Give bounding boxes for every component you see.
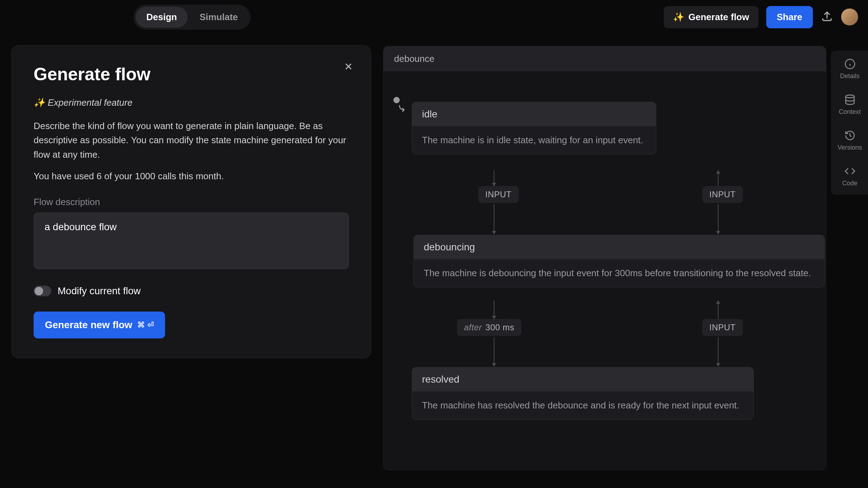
- initial-arrow-icon: [398, 103, 409, 116]
- modify-toggle-label: Modify current flow: [58, 285, 141, 297]
- experimental-label: Experimental feature: [48, 97, 133, 108]
- right-sidebar: Details Context Versions Code: [831, 51, 868, 194]
- sparkles-icon: ✨: [34, 97, 45, 108]
- sidebar-item-versions[interactable]: Versions: [832, 123, 868, 158]
- state-resolved[interactable]: resolved The machine has resolved the de…: [412, 367, 754, 420]
- topbar-actions: ✨ Generate flow Share: [664, 6, 858, 28]
- diagram: idle The machine is in idle state, waiti…: [383, 71, 826, 107]
- mode-tabs: Design Simulate: [134, 5, 251, 30]
- svg-point-6: [846, 95, 854, 98]
- sidebar-item-label: Context: [839, 108, 861, 116]
- tab-simulate[interactable]: Simulate: [189, 7, 248, 28]
- modify-current-flow-toggle[interactable]: [34, 286, 51, 296]
- flow-description-input[interactable]: [34, 213, 349, 269]
- close-icon[interactable]: [343, 61, 354, 73]
- generate-flow-modal: Generate flow ✨ Experimental feature Des…: [11, 45, 371, 358]
- arrow-icon: [494, 337, 494, 366]
- state-idle-desc: The machine is in idle state, waiting fo…: [412, 126, 656, 154]
- sidebar-item-label: Details: [840, 72, 860, 80]
- topbar: Design Simulate ✨ Generate flow Share: [0, 0, 868, 34]
- code-icon: [844, 165, 856, 177]
- avatar[interactable]: [841, 8, 858, 25]
- arrow-icon: [718, 301, 719, 319]
- state-debouncing[interactable]: debouncing The machine is debouncing the…: [414, 235, 825, 287]
- arrow-icon: [718, 337, 719, 366]
- arrow-icon: [494, 301, 494, 319]
- experimental-tag: ✨ Experimental feature: [34, 97, 349, 108]
- shortcut-hint: ⌘ ⏎: [137, 320, 153, 330]
- modal-description: Describe the kind of flow you want to ge…: [34, 119, 348, 162]
- after-keyword: after: [464, 323, 482, 332]
- database-icon: [844, 94, 856, 105]
- tab-design[interactable]: Design: [136, 7, 188, 28]
- sidebar-item-context[interactable]: Context: [832, 87, 868, 123]
- generate-flow-button[interactable]: ✨ Generate flow: [664, 6, 758, 28]
- modal-usage: You have used 6 of your 1000 calls this …: [34, 171, 349, 182]
- sidebar-item-details[interactable]: Details: [832, 51, 868, 87]
- transition-input-2[interactable]: INPUT: [702, 186, 743, 203]
- info-icon: [844, 58, 856, 70]
- generate-new-flow-button[interactable]: Generate new flow ⌘ ⏎: [34, 312, 165, 338]
- transition-input-3[interactable]: INPUT: [702, 319, 743, 336]
- state-resolved-title: resolved: [412, 367, 753, 391]
- transition-after[interactable]: after300 ms: [457, 319, 521, 336]
- generate-flow-label: Generate flow: [688, 12, 749, 23]
- arrow-icon: [494, 170, 494, 186]
- arrow-icon: [718, 170, 719, 186]
- state-resolved-desc: The machine has resolved the debounce an…: [412, 391, 753, 419]
- canvas-title[interactable]: debounce: [383, 46, 826, 71]
- arrow-icon: [494, 204, 494, 234]
- generate-button-label: Generate new flow: [45, 319, 132, 331]
- share-button[interactable]: Share: [766, 6, 813, 28]
- export-icon[interactable]: [821, 10, 833, 24]
- arrow-icon: [718, 204, 719, 234]
- sparkles-icon: ✨: [673, 12, 684, 23]
- transition-input-1[interactable]: INPUT: [478, 186, 519, 203]
- sidebar-item-code[interactable]: Code: [832, 158, 868, 194]
- state-canvas[interactable]: debounce idle The machine is in idle sta…: [383, 46, 826, 470]
- sidebar-item-label: Code: [842, 180, 857, 187]
- state-debouncing-desc: The machine is debouncing the input even…: [414, 259, 825, 287]
- history-icon: [844, 130, 856, 141]
- sidebar-item-label: Versions: [838, 144, 862, 151]
- state-debouncing-title: debouncing: [414, 235, 825, 259]
- modal-title: Generate flow: [34, 64, 349, 85]
- state-idle[interactable]: idle The machine is in idle state, waiti…: [412, 102, 656, 155]
- after-value: 300 ms: [486, 323, 515, 332]
- flow-description-label: Flow description: [34, 197, 349, 208]
- initial-state-dot: [393, 97, 400, 103]
- modify-toggle-row: Modify current flow: [34, 285, 349, 297]
- state-idle-title: idle: [412, 102, 656, 126]
